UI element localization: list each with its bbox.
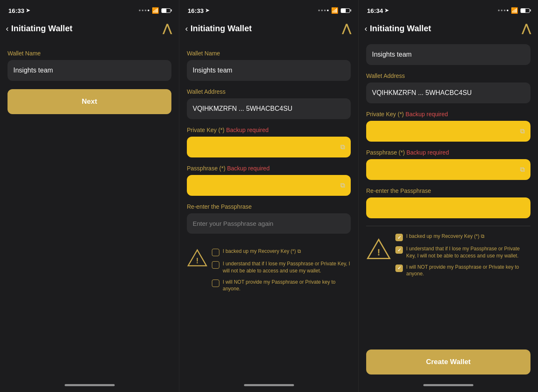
- nav-left-3: ‹ Initiating Wallet: [365, 24, 431, 33]
- back-button-2[interactable]: ‹: [185, 24, 188, 33]
- copy-icon-pp-2[interactable]: ⧉: [340, 182, 345, 189]
- nav-title-1: Initiating Wallet: [11, 24, 73, 33]
- checkbox-3-s3[interactable]: [395, 265, 403, 272]
- dot3-s2: [324, 10, 326, 11]
- home-indicator-3: [359, 380, 538, 392]
- dot1-s2: [318, 10, 320, 11]
- reenter-passphrase-input-2[interactable]: Enter your Passphrase again: [187, 213, 351, 234]
- nav-bar-1: ‹ Initiating Wallet ⋀: [0, 18, 179, 40]
- wifi-icon-2: 📶: [331, 7, 338, 14]
- checkbox-1-s3[interactable]: [395, 234, 403, 241]
- dot2-s3: [501, 10, 503, 11]
- wallet-name-input-2[interactable]: Insights team: [187, 60, 351, 81]
- status-icons-3: 📶: [498, 7, 530, 14]
- status-icons-1: 📶: [139, 7, 171, 14]
- backup-required-pp-3: Backup required: [406, 149, 449, 156]
- reenter-passphrase-label-2: Re-enter the Passphrase: [187, 203, 351, 210]
- divider-3: [366, 226, 530, 226]
- battery-fill-1: [162, 9, 166, 12]
- warning-section-3: ! I backed up my Recovery Key (*) ⧉ I un…: [366, 229, 530, 282]
- status-bar-2: 16:33 ➤ 📶: [179, 0, 358, 18]
- copy-icon-pk-2[interactable]: ⧉: [340, 143, 345, 151]
- home-indicator-1: [0, 380, 179, 392]
- location-icon-3: ➤: [385, 7, 389, 13]
- checkbox-text-2-s2: I understand that if I lose my Passphras…: [223, 260, 351, 275]
- battery-fill-2: [341, 9, 346, 12]
- reenter-passphrase-label-3: Re-enter the Passphrase: [366, 187, 530, 194]
- passphrase-input-3[interactable]: ⧉: [366, 159, 530, 180]
- checkbox-row-2-s3: I understand that if I lose my Passphras…: [395, 245, 530, 260]
- nav-left-1: ‹ Initiating Wallet: [6, 24, 73, 33]
- content-1: Wallet Name Insights team Next: [0, 40, 179, 380]
- wallet-name-label-1: Wallet Name: [8, 50, 171, 57]
- passphrase-input-2[interactable]: ⧉: [187, 175, 351, 196]
- private-key-input-3[interactable]: ⧉: [366, 121, 530, 142]
- wallet-address-label-3: Wallet Address: [366, 72, 530, 79]
- content-3: Insights team Wallet Address VQIHKMZRFN …: [359, 40, 538, 345]
- dot3-s3: [504, 10, 505, 11]
- app-logo-1: ⋀: [163, 22, 171, 35]
- nav-title-3: Initiating Wallet: [370, 24, 431, 33]
- checkbox-text-3-s3: I will NOT provide my Passphrase or Priv…: [406, 264, 530, 278]
- battery-icon-3: [520, 8, 530, 13]
- home-bar-1: [65, 384, 115, 386]
- back-button-3[interactable]: ‹: [365, 24, 367, 33]
- checkbox-2-s3[interactable]: [395, 246, 403, 254]
- next-button-1[interactable]: Next: [8, 89, 171, 114]
- location-icon-2: ➤: [205, 7, 209, 13]
- app-logo-3: ⋀: [522, 22, 530, 35]
- nav-title-2: Initiating Wallet: [191, 24, 252, 33]
- wallet-address-input-2[interactable]: VQIHKMZRFN ... 5WHACBC4SU: [187, 98, 351, 119]
- passphrase-label-2: Passphrase (*) Backup required: [187, 165, 351, 172]
- checkbox-text-1-s3: I backed up my Recovery Key (*) ⧉: [406, 233, 485, 240]
- checkboxes-3: I backed up my Recovery Key (*) ⧉ I unde…: [395, 233, 530, 277]
- dot1: [139, 10, 141, 11]
- passphrase-label-3: Passphrase (*) Backup required: [366, 149, 530, 156]
- copy-icon-recovery-s3[interactable]: ⧉: [481, 233, 485, 239]
- reenter-passphrase-input-3[interactable]: [366, 197, 530, 218]
- dot3: [145, 10, 146, 11]
- checkbox-text-1-s2: I backed up my Recovery Key (*) ⧉: [223, 248, 301, 255]
- wallet-name-display-3: Insights team: [366, 44, 530, 65]
- wifi-icon-3: 📶: [511, 7, 518, 14]
- status-time-1: 16:33 ➤: [8, 7, 30, 14]
- home-indicator-2: [179, 380, 358, 392]
- battery-fill-3: [521, 9, 525, 12]
- nav-bar-3: ‹ Initiating Wallet ⋀: [359, 18, 538, 40]
- wallet-name-label-2: Wallet Name: [187, 50, 351, 57]
- warning-triangle-icon-2: !: [187, 248, 208, 269]
- copy-icon-pp-3[interactable]: ⧉: [520, 166, 525, 173]
- content-2: Wallet Name Insights team Wallet Address…: [179, 40, 358, 380]
- checkbox-row-1-s3: I backed up my Recovery Key (*) ⧉: [395, 233, 530, 241]
- status-bar-1: 16:33 ➤ 📶: [0, 0, 179, 18]
- dot4-s3: [507, 10, 508, 11]
- checkbox-2-s2[interactable]: [212, 261, 219, 269]
- signal-dots-2: [318, 10, 329, 11]
- status-time-2: 16:33 ➤: [188, 7, 209, 14]
- wallet-address-label-2: Wallet Address: [187, 88, 351, 95]
- private-key-label-3: Private Key (*) Backup required: [366, 111, 530, 117]
- backup-required-pk-2: Backup required: [226, 127, 269, 133]
- checkbox-1-s2[interactable]: [212, 249, 219, 256]
- checkbox-3-s2[interactable]: [212, 280, 219, 287]
- wifi-icon-1: 📶: [152, 7, 159, 14]
- signal-dots-3: [498, 10, 508, 11]
- location-icon-1: ➤: [26, 7, 30, 13]
- wallet-address-input-3[interactable]: VQIHKMZRFN ... 5WHACBC4SU: [366, 82, 530, 103]
- warning-triangle-icon-3: !: [366, 237, 391, 262]
- dot4: [148, 10, 149, 11]
- battery-icon-1: [161, 8, 171, 13]
- copy-icon-pk-3[interactable]: ⧉: [520, 127, 525, 135]
- battery-icon-2: [341, 8, 350, 13]
- back-button-1[interactable]: ‹: [6, 24, 9, 33]
- copy-icon-recovery-s2[interactable]: ⧉: [297, 248, 301, 254]
- screen-1: 16:33 ➤ 📶 ‹ Initiating Wallet ⋀ Wallet N…: [0, 0, 179, 392]
- backup-required-pp-2: Backup required: [227, 165, 269, 172]
- dot1-s3: [498, 10, 500, 11]
- wallet-name-input-1[interactable]: Insights team: [8, 60, 171, 81]
- status-bar-3: 16:34 ➤ 📶: [359, 0, 538, 18]
- private-key-input-2[interactable]: ⧉: [187, 137, 351, 157]
- create-wallet-button-3[interactable]: Create Wallet: [366, 350, 530, 375]
- private-key-label-2: Private Key (*) Backup required: [187, 127, 351, 133]
- checkbox-text-3-s2: I will NOT provide my Passphrase or Priv…: [223, 279, 351, 293]
